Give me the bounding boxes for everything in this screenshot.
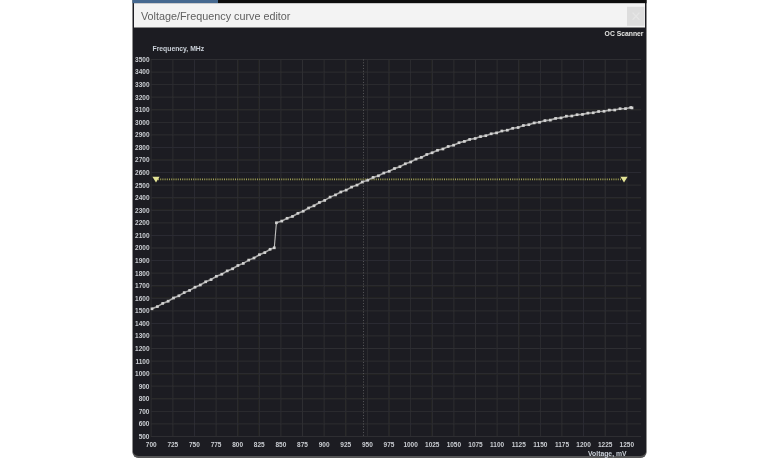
svg-text:1500: 1500	[135, 307, 150, 314]
svg-text:2800: 2800	[135, 144, 150, 151]
svg-text:1000: 1000	[135, 370, 150, 377]
svg-text:Frequency, MHz: Frequency, MHz	[153, 45, 205, 53]
svg-text:925: 925	[340, 441, 351, 448]
svg-text:1600: 1600	[135, 295, 150, 302]
svg-text:1800: 1800	[135, 270, 150, 277]
svg-text:2200: 2200	[135, 219, 150, 226]
svg-text:500: 500	[139, 433, 150, 440]
svg-text:875: 875	[297, 441, 308, 448]
svg-text:1000: 1000	[403, 441, 418, 448]
svg-text:OC Scanner: OC Scanner	[605, 30, 644, 37]
svg-text:1200: 1200	[576, 441, 591, 448]
svg-text:1900: 1900	[135, 257, 150, 264]
svg-text:2900: 2900	[135, 131, 150, 138]
svg-text:1150: 1150	[533, 441, 547, 448]
svg-text:700: 700	[139, 408, 150, 415]
svg-text:600: 600	[139, 420, 150, 427]
svg-text:800: 800	[139, 395, 150, 402]
svg-text:800: 800	[232, 441, 243, 448]
svg-text:1025: 1025	[425, 441, 440, 448]
svg-text:1175: 1175	[555, 441, 569, 448]
svg-text:1400: 1400	[135, 320, 150, 327]
svg-text:900: 900	[139, 383, 150, 390]
svg-text:1100: 1100	[135, 358, 149, 365]
svg-text:825: 825	[254, 441, 265, 448]
svg-text:1050: 1050	[447, 441, 462, 448]
svg-text:2400: 2400	[135, 194, 150, 201]
svg-text:775: 775	[211, 441, 222, 448]
svg-text:750: 750	[189, 441, 200, 448]
svg-text:725: 725	[167, 441, 178, 448]
svg-text:2500: 2500	[135, 182, 150, 189]
svg-text:950: 950	[362, 441, 373, 448]
svg-text:2300: 2300	[135, 207, 150, 214]
svg-text:2700: 2700	[135, 156, 150, 163]
svg-text:850: 850	[275, 441, 286, 448]
svg-text:975: 975	[384, 441, 395, 448]
svg-text:2600: 2600	[135, 169, 150, 176]
svg-text:1125: 1125	[512, 441, 526, 448]
svg-text:2100: 2100	[135, 232, 150, 239]
svg-text:1200: 1200	[135, 345, 150, 352]
svg-text:Voltage/Frequency curve editor: Voltage/Frequency curve editor	[141, 10, 291, 22]
svg-text:Voltage, mV: Voltage, mV	[588, 450, 627, 458]
svg-text:3000: 3000	[135, 119, 150, 126]
svg-text:3400: 3400	[135, 68, 150, 75]
svg-text:3300: 3300	[135, 81, 150, 88]
svg-text:3500: 3500	[135, 56, 150, 63]
svg-text:3100: 3100	[135, 106, 150, 113]
svg-text:900: 900	[319, 441, 330, 448]
svg-text:3200: 3200	[135, 94, 150, 101]
svg-text:700: 700	[146, 441, 157, 448]
svg-text:1075: 1075	[468, 441, 483, 448]
svg-text:2000: 2000	[135, 244, 150, 251]
svg-text:1250: 1250	[620, 441, 635, 448]
svg-text:1700: 1700	[135, 282, 150, 289]
svg-text:1225: 1225	[598, 441, 613, 448]
svg-text:1300: 1300	[135, 332, 150, 339]
svg-text:1100: 1100	[490, 441, 504, 448]
